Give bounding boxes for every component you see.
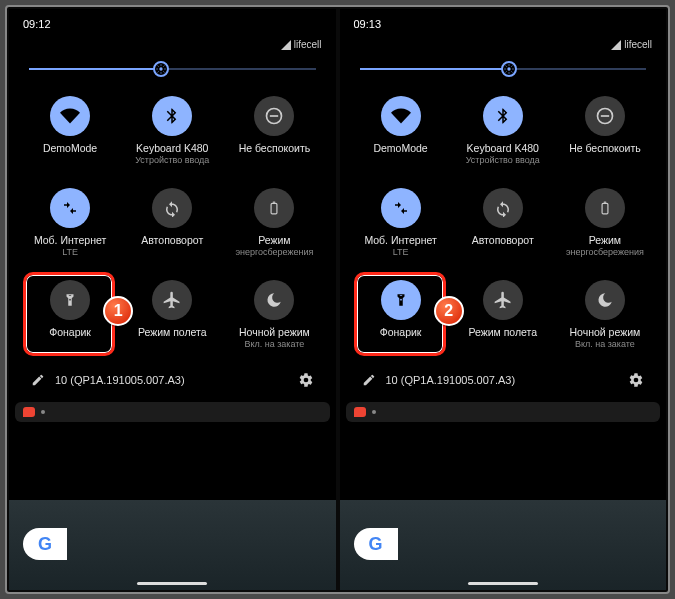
build-number: 10 (QP1A.191005.007.A3) — [386, 374, 516, 386]
step-badge: 2 — [434, 296, 464, 326]
slider-thumb[interactable] — [501, 61, 517, 77]
tile-sublabel: энергосбережения — [235, 247, 313, 258]
google-logo: G — [38, 534, 52, 555]
google-search-pill[interactable]: G — [23, 528, 67, 560]
tile-dnd[interactable]: Не беспокоить — [554, 90, 656, 178]
tile-dnd[interactable]: Не беспокоить — [223, 90, 325, 178]
tile-bluetooth[interactable]: Keyboard K480Устройство ввода — [121, 90, 223, 178]
tile-sublabel: Устройство ввода — [466, 155, 540, 166]
slider-fill — [29, 68, 161, 70]
tile-sublabel: LTE — [393, 247, 409, 258]
bluetooth-icon — [152, 96, 192, 136]
edit-icon[interactable] — [31, 373, 45, 387]
mobile-icon — [50, 188, 90, 228]
clock: 09:12 — [23, 18, 51, 30]
tiles-grid: DemoModeKeyboard K480Устройство вводаНе … — [19, 86, 326, 364]
carrier-name: lifecell — [294, 39, 322, 50]
rotate-icon — [152, 188, 192, 228]
tile-label: Ночной режим — [570, 326, 641, 339]
svg-point-13 — [507, 67, 510, 70]
night-icon — [254, 280, 294, 320]
tile-battery[interactable]: Режимэнергосбережения — [223, 182, 325, 270]
airplane-icon — [483, 280, 523, 320]
rotate-icon — [483, 188, 523, 228]
tile-flashlight[interactable]: Фонарик2 — [350, 274, 452, 362]
dnd-icon — [585, 96, 625, 136]
notif-dot — [41, 410, 45, 414]
tile-label: Ночной режим — [239, 326, 310, 339]
notif-app-icon — [354, 407, 366, 417]
flashlight-icon — [50, 280, 90, 320]
svg-line-21 — [511, 66, 512, 67]
tile-label: DemoMode — [373, 142, 427, 155]
wifi-icon — [50, 96, 90, 136]
tile-label: Моб. Интернет — [34, 234, 106, 247]
tile-bluetooth[interactable]: Keyboard K480Устройство ввода — [452, 90, 554, 178]
signal-icon — [611, 40, 621, 50]
battery-icon — [254, 188, 294, 228]
tile-night[interactable]: Ночной режимВкл. на закате — [554, 274, 656, 362]
tile-label: Не беспокоить — [239, 142, 311, 155]
tile-rotate[interactable]: Автоповорот — [121, 182, 223, 270]
google-logo: G — [368, 534, 382, 555]
carrier-name: lifecell — [624, 39, 652, 50]
tile-wifi[interactable]: DemoMode — [350, 90, 452, 178]
notification-bar[interactable] — [346, 402, 661, 422]
battery-icon — [585, 188, 625, 228]
tile-label: Keyboard K480 — [136, 142, 208, 155]
night-icon — [585, 280, 625, 320]
tile-rotate[interactable]: Автоповорот — [452, 182, 554, 270]
tile-battery[interactable]: Режимэнергосбережения — [554, 182, 656, 270]
slider-fill — [360, 68, 509, 70]
brightness-slider[interactable] — [350, 56, 657, 86]
tile-mobile[interactable]: Моб. ИнтернетLTE — [19, 182, 121, 270]
phone-left: 09:12 lifecell DemoModeKeyboard K480Устр… — [9, 9, 336, 590]
bluetooth-icon — [483, 96, 523, 136]
tile-label: Моб. Интернет — [364, 234, 436, 247]
flashlight-icon — [381, 280, 421, 320]
carrier-row: lifecell — [9, 35, 336, 56]
mobile-icon — [381, 188, 421, 228]
tile-label: Режим полета — [468, 326, 537, 339]
svg-line-20 — [505, 72, 506, 73]
tile-sublabel: Вкл. на закате — [244, 339, 304, 350]
tile-mobile[interactable]: Моб. ИнтернетLTE — [350, 182, 452, 270]
step-badge: 1 — [103, 296, 133, 326]
tile-sublabel: Вкл. на закате — [575, 339, 635, 350]
dnd-icon — [254, 96, 294, 136]
tile-label: Режим — [258, 234, 290, 247]
svg-line-18 — [505, 66, 506, 67]
tile-label: Не беспокоить — [569, 142, 641, 155]
svg-rect-11 — [271, 203, 277, 214]
status-bar: 09:13 — [340, 9, 667, 35]
home-background: G — [340, 500, 667, 590]
brightness-slider[interactable] — [19, 56, 326, 86]
notif-app-icon — [23, 407, 35, 417]
tile-airplane[interactable]: Режим полета — [121, 274, 223, 362]
quick-settings-panel: DemoModeKeyboard K480Устройство вводаНе … — [340, 56, 667, 398]
notification-bar[interactable] — [15, 402, 330, 422]
tile-label: Режим — [589, 234, 621, 247]
home-background: G — [9, 500, 336, 590]
tile-wifi[interactable]: DemoMode — [19, 90, 121, 178]
svg-point-0 — [159, 67, 162, 70]
nav-handle[interactable] — [468, 582, 538, 585]
tile-night[interactable]: Ночной режимВкл. на закате — [223, 274, 325, 362]
slider-thumb[interactable] — [153, 61, 169, 77]
status-bar: 09:12 — [9, 9, 336, 35]
svg-line-6 — [164, 72, 165, 73]
tiles-grid: DemoModeKeyboard K480Устройство вводаНе … — [350, 86, 657, 364]
signal-icon — [281, 40, 291, 50]
notif-dot — [372, 410, 376, 414]
tile-airplane[interactable]: Режим полета — [452, 274, 554, 362]
carrier-row: lifecell — [340, 35, 667, 56]
edit-icon[interactable] — [362, 373, 376, 387]
gear-icon[interactable] — [298, 372, 314, 388]
tile-label: Автоповорот — [141, 234, 203, 247]
svg-line-8 — [164, 66, 165, 67]
svg-line-5 — [158, 66, 159, 67]
gear-icon[interactable] — [628, 372, 644, 388]
tile-flashlight[interactable]: Фонарик1 — [19, 274, 121, 362]
nav-handle[interactable] — [137, 582, 207, 585]
google-search-pill[interactable]: G — [354, 528, 398, 560]
